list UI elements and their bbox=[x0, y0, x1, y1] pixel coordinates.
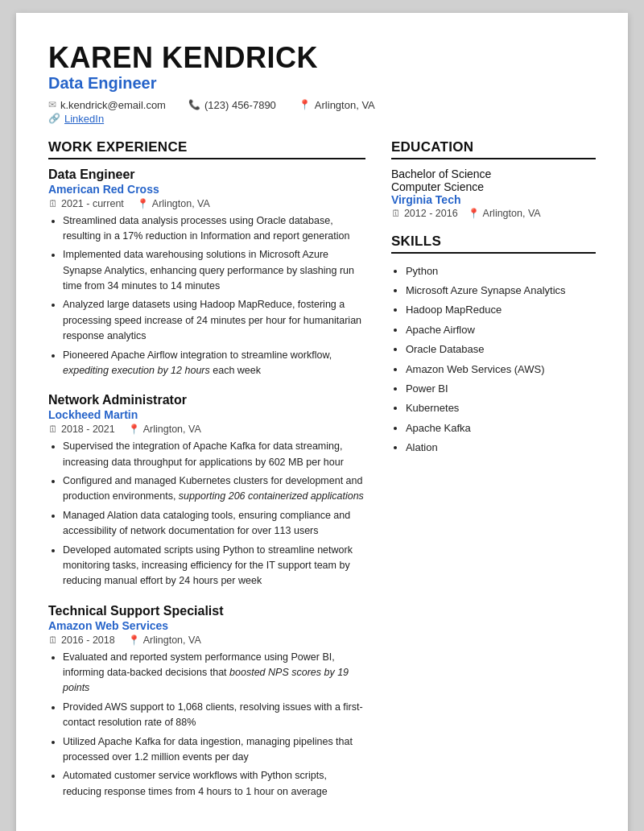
skill-10: Alation bbox=[406, 438, 596, 457]
skills-section: SKILLS Python Microsoft Azure Synapse An… bbox=[391, 234, 596, 457]
bullet-1-1: Streamlined data analysis processes usin… bbox=[63, 213, 365, 245]
edu-school: Virginia Tech bbox=[391, 193, 596, 206]
edu-block: Bachelor of Science Computer Science Vir… bbox=[391, 167, 596, 219]
job-bullets-3: Evaluated and reported system performanc… bbox=[48, 650, 365, 800]
skills-list: Python Microsoft Azure Synapse Analytics… bbox=[391, 262, 596, 457]
email-text: k.kendrick@email.com bbox=[60, 99, 166, 111]
linkedin-row: 🔗 LinkedIn bbox=[48, 113, 596, 125]
job-block-3: Technical Support Specialist Amazon Web … bbox=[48, 604, 365, 800]
calendar-icon-2: 🗓 bbox=[48, 424, 58, 435]
edu-degree: Bachelor of Science bbox=[391, 167, 596, 180]
job-title-2: Network Administrator bbox=[48, 393, 365, 407]
right-column: EDUCATION Bachelor of Science Computer S… bbox=[391, 139, 596, 815]
skill-5: Oracle Database bbox=[406, 340, 596, 358]
company-name-1: American Red Cross bbox=[48, 183, 365, 196]
skill-4: Apache Airflow bbox=[406, 320, 596, 339]
job-meta-3: 🗓 2016 - 2018 📍 Arlington, VA bbox=[48, 635, 365, 646]
job-bullets-2: Supervised the integration of Apache Kaf… bbox=[48, 439, 365, 589]
job-location-3: 📍 Arlington, VA bbox=[128, 635, 201, 646]
bullet-1-4: Pioneered Apache Airflow integration to … bbox=[63, 348, 365, 379]
job-title-3: Technical Support Specialist bbox=[48, 604, 365, 618]
skill-2: Microsoft Azure Synapse Analytics bbox=[406, 281, 596, 300]
job-dates-3: 🗓 2016 - 2018 bbox=[48, 635, 115, 646]
calendar-icon-3: 🗓 bbox=[48, 635, 58, 646]
bullet-2-2: Configured and managed Kubernetes cluste… bbox=[63, 473, 365, 505]
pin-edu-icon: 📍 bbox=[468, 208, 480, 219]
candidate-title: Data Engineer bbox=[48, 74, 596, 93]
skill-1: Python bbox=[406, 262, 596, 280]
linkedin-icon: 🔗 bbox=[48, 113, 60, 124]
linkedin-item[interactable]: 🔗 LinkedIn bbox=[48, 113, 104, 125]
bullet-2-1: Supervised the integration of Apache Kaf… bbox=[63, 439, 365, 470]
phone-icon: 📞 bbox=[188, 99, 200, 110]
skill-9: Apache Kafka bbox=[406, 419, 596, 437]
work-experience-title: WORK EXPERIENCE bbox=[48, 139, 365, 159]
location-item: 📍 Arlington, VA bbox=[299, 99, 375, 111]
calendar-icon-1: 🗓 bbox=[48, 198, 58, 209]
job-block-1: Data Engineer American Red Cross 🗓 2021 … bbox=[48, 167, 365, 379]
company-name-3: Amazon Web Services bbox=[48, 619, 365, 632]
skill-7: Power BI bbox=[406, 379, 596, 398]
resume-page: KAREN KENDRICK Data Engineer ✉ k.kendric… bbox=[16, 13, 628, 831]
pin-icon-2: 📍 bbox=[128, 424, 140, 435]
job-location-2: 📍 Arlington, VA bbox=[128, 424, 201, 435]
bullet-1-3: Analyzed large datasets using Hadoop Map… bbox=[63, 297, 365, 344]
edu-dates: 🗓 2012 - 2016 bbox=[391, 208, 458, 219]
skills-title: SKILLS bbox=[391, 234, 596, 254]
email-item: ✉ k.kendrick@email.com bbox=[48, 99, 166, 111]
pin-icon-3: 📍 bbox=[128, 635, 140, 646]
phone-text: (123) 456-7890 bbox=[204, 99, 276, 111]
left-column: WORK EXPERIENCE Data Engineer American R… bbox=[48, 139, 365, 815]
education-section: EDUCATION Bachelor of Science Computer S… bbox=[391, 139, 596, 219]
bullet-3-1: Evaluated and reported system performanc… bbox=[63, 650, 365, 697]
location-icon: 📍 bbox=[299, 99, 311, 110]
job-meta-2: 🗓 2018 - 2021 📍 Arlington, VA bbox=[48, 424, 365, 435]
job-block-2: Network Administrator Lockheed Martin 🗓 … bbox=[48, 393, 365, 589]
skill-3: Hadoop MapReduce bbox=[406, 300, 596, 319]
skill-8: Kubernetes bbox=[406, 399, 596, 417]
bullet-3-4: Automated customer service workflows wit… bbox=[63, 768, 365, 800]
job-location-1: 📍 Arlington, VA bbox=[137, 198, 210, 209]
location-text: Arlington, VA bbox=[315, 99, 375, 111]
pin-icon-1: 📍 bbox=[137, 198, 149, 209]
edu-field: Computer Science bbox=[391, 180, 596, 193]
bullet-2-4: Developed automated scripts using Python… bbox=[63, 543, 365, 589]
skill-6: Amazon Web Services (AWS) bbox=[406, 360, 596, 378]
job-title-1: Data Engineer bbox=[48, 167, 365, 182]
edu-meta: 🗓 2012 - 2016 📍 Arlington, VA bbox=[391, 208, 596, 219]
job-dates-2: 🗓 2018 - 2021 bbox=[48, 424, 115, 435]
edu-location: 📍 Arlington, VA bbox=[468, 208, 541, 219]
education-title: EDUCATION bbox=[391, 139, 596, 159]
candidate-name: KAREN KENDRICK bbox=[48, 42, 596, 74]
bullet-3-2: Provided AWS support to 1,068 clients, r… bbox=[63, 700, 365, 731]
company-name-2: Lockheed Martin bbox=[48, 408, 365, 421]
job-meta-1: 🗓 2021 - current 📍 Arlington, VA bbox=[48, 198, 365, 209]
email-icon: ✉ bbox=[48, 99, 56, 110]
contact-row: ✉ k.kendrick@email.com 📞 (123) 456-7890 … bbox=[48, 99, 596, 111]
linkedin-link[interactable]: LinkedIn bbox=[64, 113, 104, 125]
job-bullets-1: Streamlined data analysis processes usin… bbox=[48, 213, 365, 379]
phone-item: 📞 (123) 456-7890 bbox=[188, 99, 276, 111]
main-body: WORK EXPERIENCE Data Engineer American R… bbox=[48, 139, 596, 815]
bullet-2-3: Managed Alation data cataloging tools, e… bbox=[63, 508, 365, 540]
bullet-3-3: Utilized Apache Kafka for data ingestion… bbox=[63, 734, 365, 766]
header: KAREN KENDRICK Data Engineer ✉ k.kendric… bbox=[48, 42, 596, 125]
calendar-edu-icon: 🗓 bbox=[391, 208, 401, 219]
bullet-1-2: Implemented data warehousing solutions i… bbox=[63, 247, 365, 294]
job-dates-1: 🗓 2021 - current bbox=[48, 198, 124, 209]
